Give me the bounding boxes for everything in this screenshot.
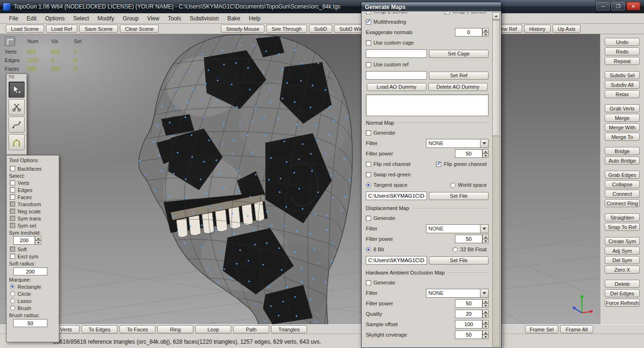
spinner-down-icon[interactable] xyxy=(35,240,41,245)
select-verts-checkbox[interactable] xyxy=(10,180,15,185)
grab-edges-button[interactable]: Grab Edges xyxy=(605,171,640,179)
marquee-rectangle-radio[interactable] xyxy=(10,284,15,289)
delete-button[interactable]: Delete xyxy=(605,280,640,288)
bit8-radio[interactable] xyxy=(366,247,371,252)
spinner-up-icon[interactable] xyxy=(482,235,489,239)
grab-verts-button[interactable]: Grab Verts xyxy=(605,104,640,112)
straighten-button[interactable]: Straighten xyxy=(605,213,640,221)
frame-all-button[interactable]: Frame All xyxy=(560,325,593,333)
path-button[interactable]: Path xyxy=(233,325,269,333)
sym-sel-checkbox[interactable] xyxy=(10,223,15,228)
del-edges-button[interactable]: Del Edges xyxy=(605,289,640,297)
spinner-up-icon[interactable] xyxy=(482,149,489,154)
soft-checkbox[interactable] xyxy=(10,247,15,252)
marquee-brush-radio[interactable] xyxy=(10,305,15,311)
ao-dummy-list[interactable] xyxy=(366,94,489,116)
normal-filter-power-input[interactable] xyxy=(455,149,482,158)
title-bar[interactable]: TopoGun 1.06 W64 (NODELOCKED LICENSE) (Y… xyxy=(0,0,644,13)
disp-filter-power-input[interactable] xyxy=(455,235,482,243)
clear-scene-button[interactable]: Clear Scene xyxy=(120,25,159,33)
multithreading-checkbox[interactable] xyxy=(366,19,371,25)
transform-checkbox[interactable] xyxy=(10,201,15,207)
save-scene-button[interactable]: Save Scene xyxy=(79,25,118,33)
marquee-circle-radio[interactable] xyxy=(10,291,15,296)
frame-sel-button[interactable]: Frame Sel xyxy=(525,325,558,333)
zero-x-button[interactable]: Zero X xyxy=(605,266,640,274)
triangles-button[interactable]: Triangles xyxy=(271,325,307,333)
normal-generate-checkbox[interactable] xyxy=(366,130,371,136)
load-ref-button[interactable]: Load Ref xyxy=(46,25,78,33)
undo-button[interactable]: Undo xyxy=(605,38,640,46)
wrap-u-border-checkbox[interactable] xyxy=(366,12,371,14)
flip-red-checkbox[interactable] xyxy=(366,162,371,167)
spinner-down-icon[interactable] xyxy=(482,324,489,329)
merge-to-button[interactable]: Merge To xyxy=(605,133,640,141)
spinner-up-icon[interactable] xyxy=(35,236,41,240)
bit32-radio[interactable] xyxy=(453,247,458,252)
cut-tool-button[interactable] xyxy=(9,99,25,115)
up-axis-button[interactable]: Up Axis xyxy=(553,25,581,33)
repeat-button[interactable]: Repeat xyxy=(605,57,640,65)
select-move-tool-button[interactable] xyxy=(9,82,25,98)
loop-button[interactable]: Loop xyxy=(195,325,231,333)
menu-help[interactable]: Help xyxy=(245,15,265,22)
world-space-radio[interactable] xyxy=(450,183,455,188)
del-sym-button[interactable]: Del Sym xyxy=(605,256,640,264)
brush-radius-input[interactable] xyxy=(13,319,47,327)
menu-file[interactable]: File xyxy=(5,15,22,22)
sym-trans-checkbox[interactable] xyxy=(10,216,15,221)
hwao-filter-power-input[interactable] xyxy=(455,299,482,308)
history-button[interactable]: History xyxy=(524,25,551,33)
spinner-down-icon[interactable] xyxy=(482,154,489,158)
menu-modify[interactable]: Modify xyxy=(93,15,118,22)
spinner-down-icon[interactable] xyxy=(482,239,489,243)
connect-ring-button[interactable]: Connect Ring xyxy=(605,199,640,207)
menu-select[interactable]: Select xyxy=(69,15,93,22)
disp-generate-checkbox[interactable] xyxy=(366,216,371,221)
spinner-up-icon[interactable] xyxy=(482,28,489,32)
scrollbar-up-icon[interactable] xyxy=(493,13,499,20)
soft-radius-input[interactable] xyxy=(13,267,47,275)
connect-button[interactable]: Connect xyxy=(605,190,640,198)
relax-button[interactable]: Relax xyxy=(605,90,640,98)
flip-green-checkbox[interactable] xyxy=(436,162,441,167)
merge-with-button[interactable]: Merge With xyxy=(605,123,640,131)
maximize-button[interactable]: ❐ xyxy=(611,2,625,10)
force-refresh-button[interactable]: Force Refresh xyxy=(605,299,640,307)
hwao-generate-checkbox[interactable] xyxy=(366,280,371,285)
menu-bake[interactable]: Bake xyxy=(223,15,245,22)
set-cage-button[interactable]: Set Cage xyxy=(429,50,489,58)
menu-options[interactable]: Options xyxy=(41,15,69,22)
spinner-down-icon[interactable] xyxy=(482,335,489,339)
ring-button[interactable]: Ring xyxy=(157,325,193,333)
disp-set-file-button[interactable]: Set File xyxy=(429,256,489,265)
adj-sym-button[interactable]: Adj Sym xyxy=(605,247,640,255)
backfaces-checkbox[interactable] xyxy=(10,166,15,171)
load-ao-dummy-button[interactable]: Load AO Dummy xyxy=(367,83,426,91)
exaggerate-normals-input[interactable] xyxy=(455,28,482,37)
menu-group[interactable]: Group xyxy=(118,15,143,22)
hwao-sample-offset-input[interactable] xyxy=(455,320,482,329)
to-edges-button[interactable]: To Edges xyxy=(82,325,118,333)
select-edges-checkbox[interactable] xyxy=(10,187,15,192)
normal-filter-dropdown[interactable]: NONE xyxy=(426,139,489,148)
viewport[interactable]: Num Vis Sel Verts 629 629 0 Edges 1257 0… xyxy=(0,34,600,324)
subdiv-all-button[interactable]: Subdiv All xyxy=(605,81,640,89)
collapse-button[interactable]: Collapse xyxy=(605,180,640,188)
sym-threshold-input[interactable] xyxy=(13,236,35,245)
spinner-down-icon[interactable] xyxy=(482,314,489,318)
spinner-up-icon[interactable] xyxy=(482,299,489,303)
scrollbar-thumb[interactable] xyxy=(493,20,499,136)
hwao-quality-input[interactable] xyxy=(455,310,482,318)
use-custom-cage-checkbox[interactable] xyxy=(366,40,371,46)
menu-edit[interactable]: Edit xyxy=(22,15,41,22)
cage-path-input[interactable] xyxy=(366,49,427,58)
normal-set-file-button[interactable]: Set File xyxy=(429,192,489,200)
spinner-up-icon[interactable] xyxy=(482,320,489,324)
neg-scale-checkbox[interactable] xyxy=(10,209,15,214)
bridge-tool-button[interactable] xyxy=(9,134,25,150)
hwao-skylight-input[interactable] xyxy=(455,330,482,339)
marquee-lasso-radio[interactable] xyxy=(10,298,15,303)
dialog-scrollbar[interactable] xyxy=(492,12,500,347)
delete-ao-dummy-button[interactable]: Delete AO Dummy xyxy=(428,83,488,91)
